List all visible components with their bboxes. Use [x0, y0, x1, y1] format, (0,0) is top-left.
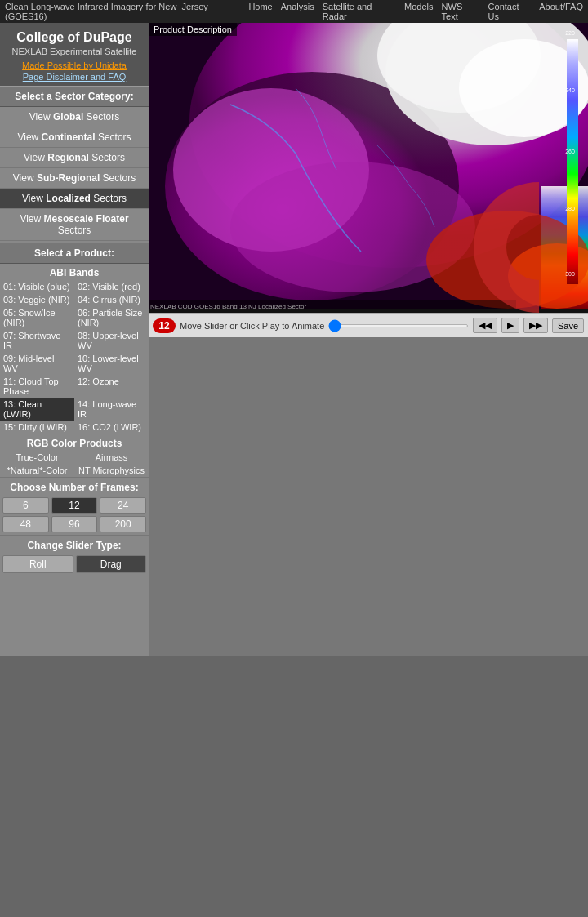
slider-drag[interactable]: Drag — [76, 555, 147, 573]
band-13[interactable]: 13: Clean (LWIR) — [0, 398, 74, 421]
title-bar: Clean Long-wave Infrared Imagery for New… — [0, 0, 588, 23]
band-09[interactable]: 09: Mid-level WV — [0, 352, 74, 375]
play-button[interactable]: ▶ — [501, 318, 519, 333]
band-05[interactable]: 05: Snow/Ice (NIR) — [0, 306, 74, 329]
frame-6[interactable]: 6 — [2, 497, 49, 514]
rgb-airmass[interactable]: Airmass — [74, 451, 149, 464]
rgb-grid: True-Color Airmass *Natural*-Color NT Mi… — [0, 451, 149, 477]
nexlab-label: NEXLAB Experimental Satellite — [4, 47, 145, 56]
product-label: Select a Product: — [0, 243, 149, 264]
main-container: College of DuPage NEXLAB Experimental Sa… — [0, 23, 588, 656]
band-06[interactable]: 06: Particle Size (NIR) — [74, 306, 149, 329]
band-03[interactable]: 03: Veggie (NIR) — [0, 293, 74, 306]
band-04[interactable]: 04: Cirrus (NIR) — [74, 293, 149, 306]
sidebar-header: College of DuPage NEXLAB Experimental Sa… — [0, 23, 149, 86]
nav-analysis[interactable]: Analysis — [281, 2, 314, 21]
content-area: Product Description — [149, 23, 588, 656]
slider-btns: Roll Drag — [0, 553, 149, 576]
anim-label: Move Slider or Click Play to Animate — [180, 321, 324, 331]
svg-text:NEXLAB COD GOES16 Band 13 NJ L: NEXLAB COD GOES16 Band 13 NJ Localized S… — [150, 303, 307, 309]
slider-type-label: Change Slider Type: — [0, 535, 149, 553]
sector-btn-localized[interactable]: View Localized Sectors — [0, 189, 149, 209]
svg-text:300: 300 — [565, 271, 575, 277]
frames-label: Choose Number of Frames: — [0, 477, 149, 495]
band-16[interactable]: 16: CO2 (LWIR) — [74, 421, 149, 434]
band-10[interactable]: 10: Lower-level WV — [74, 352, 149, 375]
sidebar: College of DuPage NEXLAB Experimental Sa… — [0, 23, 149, 656]
band-15[interactable]: 15: Dirty (LWIR) — [0, 421, 74, 434]
frame-12[interactable]: 12 — [51, 497, 98, 514]
frame-48[interactable]: 48 — [2, 516, 49, 532]
unidata-link[interactable]: Made Possible by Unidata — [4, 60, 145, 70]
sector-btn-continental[interactable]: View Continental Sectors — [0, 127, 149, 148]
frame-96[interactable]: 96 — [51, 516, 98, 532]
abi-bands-label: ABI Bands — [0, 264, 149, 280]
band-01[interactable]: 01: Visible (blue) — [0, 280, 74, 293]
sector-btn-regional[interactable]: View Regional Sectors — [0, 148, 149, 168]
nav-home[interactable]: Home — [248, 2, 272, 21]
slider-roll[interactable]: Roll — [2, 555, 74, 573]
svg-rect-13 — [567, 39, 578, 284]
nav-about[interactable]: About/FAQ — [539, 2, 583, 21]
sector-btn-global[interactable]: View Global Sectors — [0, 107, 149, 127]
sector-btn-mesoscale[interactable]: View Mesoscale Floater Sectors — [0, 209, 149, 241]
sector-category-label: Select a Sector Category: — [0, 86, 149, 107]
svg-text:260: 260 — [565, 149, 575, 154]
product-description-bar: Product Description — [149, 23, 237, 36]
band-02[interactable]: 02: Visible (red) — [74, 280, 149, 293]
nav-nws[interactable]: NWS Text — [442, 2, 480, 21]
rewind-button[interactable]: ◀◀ — [473, 318, 497, 333]
frame-200[interactable]: 200 — [100, 516, 146, 532]
lower-area — [149, 337, 588, 656]
college-name: College of DuPage — [4, 29, 145, 45]
svg-text:280: 280 — [565, 206, 575, 211]
rgb-nt-microphysics[interactable]: NT Microphysics — [74, 464, 149, 477]
band-08[interactable]: 08: Upper-level WV — [74, 329, 149, 352]
page-title: Clean Long-wave Infrared Imagery for New… — [5, 2, 248, 21]
frame-counter: 12 — [153, 318, 176, 333]
anim-slider[interactable] — [328, 324, 469, 327]
nav-satellite[interactable]: Satellite and Radar — [323, 2, 396, 21]
nav-models[interactable]: Models — [404, 2, 433, 21]
rgb-label: RGB Color Products — [0, 434, 149, 451]
svg-text:240: 240 — [565, 87, 575, 93]
band-14[interactable]: 14: Long-wave IR — [74, 398, 149, 421]
bands-grid: 01: Visible (blue) 02: Visible (red) 03:… — [0, 280, 149, 434]
disclaimer-link[interactable]: Page Disclaimer and FAQ — [4, 72, 145, 82]
anim-controls: 12 Move Slider or Click Play to Animate … — [149, 313, 588, 337]
nav-links: Home Analysis Satellite and Radar Models… — [248, 2, 583, 21]
ff-button[interactable]: ▶▶ — [523, 318, 548, 333]
band-12[interactable]: 12: Ozone — [74, 375, 149, 398]
band-11[interactable]: 11: Cloud Top Phase — [0, 375, 74, 398]
image-wrapper: Product Description — [149, 23, 588, 313]
band-07[interactable]: 07: Shortwave IR — [0, 329, 74, 352]
nav-contact[interactable]: Contact Us — [488, 2, 532, 21]
rgb-natural-color[interactable]: *Natural*-Color — [0, 464, 74, 477]
svg-text:220: 220 — [565, 30, 575, 36]
rgb-true-color[interactable]: True-Color — [0, 451, 74, 464]
frames-grid: 6 12 24 48 96 200 — [0, 495, 149, 535]
frame-24[interactable]: 24 — [100, 497, 146, 514]
sector-btn-subregional[interactable]: View Sub-Regional Sectors — [0, 168, 149, 189]
save-button[interactable]: Save — [552, 318, 584, 333]
